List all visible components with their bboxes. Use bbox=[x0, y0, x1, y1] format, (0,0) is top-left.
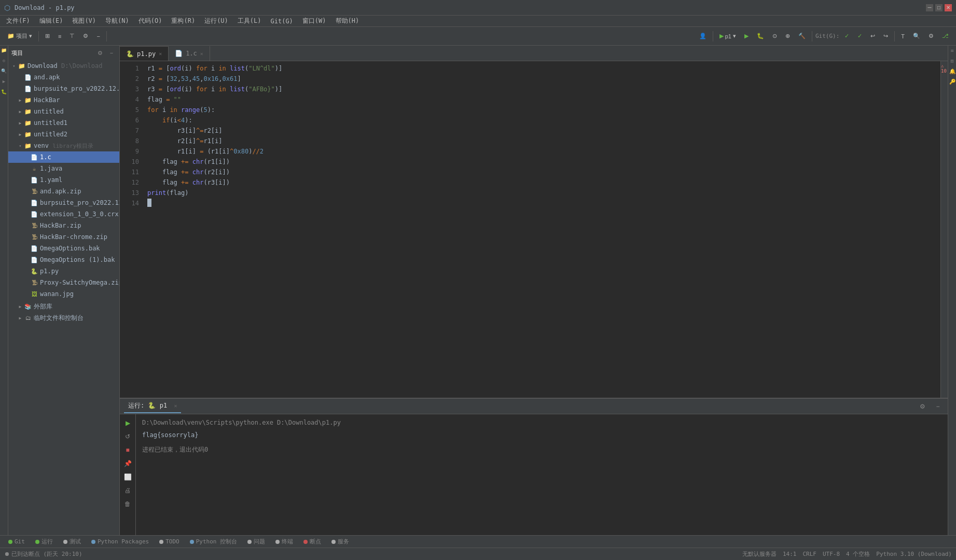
tree-item-hackbar-zip[interactable]: 🗜 HackBar.zip bbox=[8, 220, 119, 231]
tree-item-venv[interactable]: ▾ 📁 venv library根目录 bbox=[8, 140, 119, 151]
bottom-tab-breakpoints[interactable]: 断点 bbox=[299, 537, 325, 547]
profile-button[interactable]: 👤 bbox=[696, 32, 710, 40]
coverage-button[interactable]: ⊙ bbox=[769, 32, 780, 40]
left-icon-debug[interactable]: 🐛 bbox=[1, 89, 7, 95]
run-copy-button[interactable]: ⬜ bbox=[122, 471, 133, 483]
tree-item-untitled[interactable]: ▶ 📁 untitled bbox=[8, 106, 119, 117]
menu-git[interactable]: Git(G) bbox=[267, 17, 297, 26]
tree-item-1c[interactable]: 📄 1.c bbox=[8, 151, 119, 163]
bottom-tab-python-console[interactable]: Python 控制台 bbox=[186, 537, 241, 547]
tree-item-hackbar-chrome-zip[interactable]: 🗜 HackBar-chrome.zip bbox=[8, 231, 119, 243]
left-icon-search[interactable]: 🔍 bbox=[1, 68, 7, 75]
close-button[interactable]: ✕ bbox=[945, 4, 952, 11]
right-icon-1[interactable]: ≡ bbox=[949, 48, 955, 54]
tree-item-omega-options-1-bak[interactable]: 📄 OmegaOptions (1).bak bbox=[8, 254, 119, 265]
git-undo-icon[interactable]: ↩ bbox=[867, 32, 878, 40]
run-stop-button[interactable]: ■ bbox=[122, 444, 133, 456]
bottom-tab-services[interactable]: 服务 bbox=[327, 537, 353, 547]
run-minimize-icon[interactable]: − bbox=[932, 401, 944, 412]
tab-p1-py-close[interactable]: ✕ bbox=[159, 51, 162, 57]
git-branch-button[interactable]: ⎇ bbox=[939, 32, 952, 40]
run-clear-button[interactable]: 🗑 bbox=[122, 498, 133, 510]
tree-item-untitled1[interactable]: ▶ 📁 untitled1 bbox=[8, 117, 119, 129]
translate-button[interactable]: T bbox=[898, 32, 908, 40]
left-icon-commit[interactable]: ⊙ bbox=[1, 58, 7, 64]
run-settings-icon[interactable]: ⚙ bbox=[917, 401, 928, 412]
status-spaces[interactable]: 4 个空格 bbox=[846, 550, 870, 558]
status-breakpoint-info[interactable]: ⏺ 已到达断点 (距天 20:10) bbox=[4, 550, 82, 558]
code-area[interactable]: r1 = [ord(i) for i in list("LN^dl")] r2 … bbox=[143, 61, 940, 398]
bottom-tab-run[interactable]: 运行 bbox=[31, 537, 57, 547]
right-icon-3[interactable]: 🔔 bbox=[949, 68, 955, 75]
menu-view[interactable]: 视图(V) bbox=[68, 16, 100, 26]
maximize-button[interactable]: □ bbox=[935, 4, 943, 11]
tree-item-and-apk-zip[interactable]: 🗜 and.apk.zip bbox=[8, 186, 119, 197]
menu-edit[interactable]: 编辑(E) bbox=[35, 16, 67, 26]
git-check-icon[interactable]: ✓ bbox=[841, 32, 852, 40]
run-print-button[interactable]: 🖨 bbox=[122, 485, 133, 496]
bottom-tab-issues[interactable]: 问题 bbox=[243, 537, 269, 547]
tree-root-download[interactable]: ▾ 📁 Download D:\Download bbox=[8, 60, 119, 72]
status-crlf[interactable]: CRLF bbox=[802, 550, 816, 558]
tab-1-c[interactable]: 📄 1.c ✕ bbox=[169, 46, 210, 61]
bottom-tab-python-packages[interactable]: Python Packages bbox=[87, 537, 153, 546]
tree-item-burpsuite2[interactable]: 📄 burpsuite_pro_v2022.12.4_www.d bbox=[8, 197, 119, 208]
panel-gear-icon[interactable]: ⚙ bbox=[95, 48, 105, 58]
menu-tools[interactable]: 工具(L) bbox=[233, 16, 266, 26]
run-pin-button[interactable]: 📌 bbox=[122, 458, 133, 469]
settings-toolbar-button[interactable]: ⚙ bbox=[925, 32, 937, 40]
tree-item-hackbar[interactable]: ▶ 📁 HackBar bbox=[8, 94, 119, 106]
toolbar-minus[interactable]: − bbox=[93, 32, 103, 40]
project-dropdown[interactable]: 📁 项目 ▾ bbox=[4, 31, 35, 41]
git-check2-icon[interactable]: ✓ bbox=[854, 32, 865, 40]
menu-navigate[interactable]: 导航(N) bbox=[101, 16, 133, 26]
tree-item-crx[interactable]: 📄 extension_1_0_3_0.crx bbox=[8, 208, 119, 220]
menu-run[interactable]: 运行(U) bbox=[200, 16, 232, 26]
left-icon-project[interactable]: 📁 bbox=[1, 48, 7, 54]
menu-window[interactable]: 窗口(W) bbox=[298, 16, 330, 26]
bottom-tab-git[interactable]: Git bbox=[4, 537, 29, 546]
tree-item-p1-py[interactable]: 🐍 p1.py bbox=[8, 265, 119, 277]
profiler-button[interactable]: ⊕ bbox=[782, 32, 793, 40]
toolbar-icon-2[interactable]: ≡ bbox=[55, 32, 64, 40]
bottom-tab-test[interactable]: 测试 bbox=[59, 537, 85, 547]
menu-code[interactable]: 代码(O) bbox=[134, 16, 167, 26]
status-no-server[interactable]: 无默认服务器 bbox=[742, 550, 777, 558]
run-config-dropdown[interactable]: ▶ p1 ▾ bbox=[716, 32, 739, 40]
right-icon-4[interactable]: 🔑 bbox=[949, 79, 955, 85]
debug-button[interactable]: 🐛 bbox=[754, 32, 767, 40]
tab-1-c-close[interactable]: ✕ bbox=[200, 51, 203, 57]
run-tab-close[interactable]: ✕ bbox=[174, 403, 177, 409]
status-python-version[interactable]: Python 3.10 (Download) bbox=[876, 550, 952, 558]
tree-item-temp-console[interactable]: ▶ 🗂 临时文件和控制台 bbox=[8, 312, 119, 324]
git-redo-icon[interactable]: ↪ bbox=[880, 32, 891, 40]
minimize-button[interactable]: ─ bbox=[926, 4, 933, 11]
menu-file[interactable]: 文件(F) bbox=[2, 16, 34, 26]
bottom-tab-terminal[interactable]: 终端 bbox=[271, 537, 297, 547]
status-charset[interactable]: UTF-8 bbox=[823, 550, 840, 558]
tab-p1-py[interactable]: 🐍 p1.py ✕ bbox=[120, 46, 169, 61]
run-tab-run[interactable]: 运行: 🐍 p1 ✕ bbox=[124, 399, 181, 413]
menu-refactor[interactable]: 重构(R) bbox=[167, 16, 199, 26]
tree-item-1java[interactable]: ☕ 1.java bbox=[8, 163, 119, 174]
left-icon-run[interactable]: ▶ bbox=[1, 79, 7, 85]
search-toolbar-button[interactable]: 🔍 bbox=[910, 32, 923, 40]
run-button[interactable]: ▶ bbox=[741, 32, 752, 40]
run-rerun-button[interactable]: ↺ bbox=[122, 431, 133, 442]
tree-item-1yaml[interactable]: 📄 1.yaml bbox=[8, 174, 119, 186]
right-icon-2[interactable]: ⊞ bbox=[949, 58, 955, 64]
build-button[interactable]: 🔨 bbox=[795, 32, 809, 40]
toolbar-icon-3[interactable]: ⊤ bbox=[66, 32, 78, 40]
menu-help[interactable]: 帮助(H) bbox=[331, 16, 364, 26]
run-play-button[interactable]: ▶ bbox=[122, 417, 133, 429]
tree-item-external-libs[interactable]: ▶ 📚 外部库 bbox=[8, 301, 119, 312]
tree-item-proxy-zip[interactable]: 🗜 Proxy-SwitchyOmega.zip bbox=[8, 277, 119, 288]
toolbar-icon-1[interactable]: ⊞ bbox=[42, 32, 53, 40]
tree-item-and-apk[interactable]: 📄 and.apk bbox=[8, 72, 119, 83]
status-position[interactable]: 14:1 bbox=[783, 550, 797, 558]
bottom-tab-todo[interactable]: TODO bbox=[155, 537, 184, 546]
tree-item-wanan-jpg[interactable]: 🖼 wanan.jpg bbox=[8, 288, 119, 300]
panel-collapse-icon[interactable]: − bbox=[107, 48, 116, 58]
tree-item-burpsuite[interactable]: 📄 burpsuite_pro_v2022.12.4_www.d bbox=[8, 83, 119, 94]
tree-item-untitled2[interactable]: ▶ 📁 untitled2 bbox=[8, 129, 119, 140]
